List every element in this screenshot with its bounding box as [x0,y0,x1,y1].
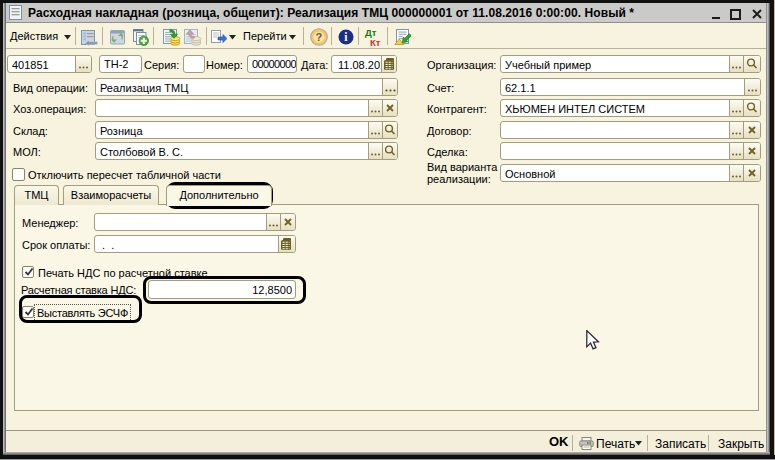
svg-text:?: ? [316,31,323,43]
